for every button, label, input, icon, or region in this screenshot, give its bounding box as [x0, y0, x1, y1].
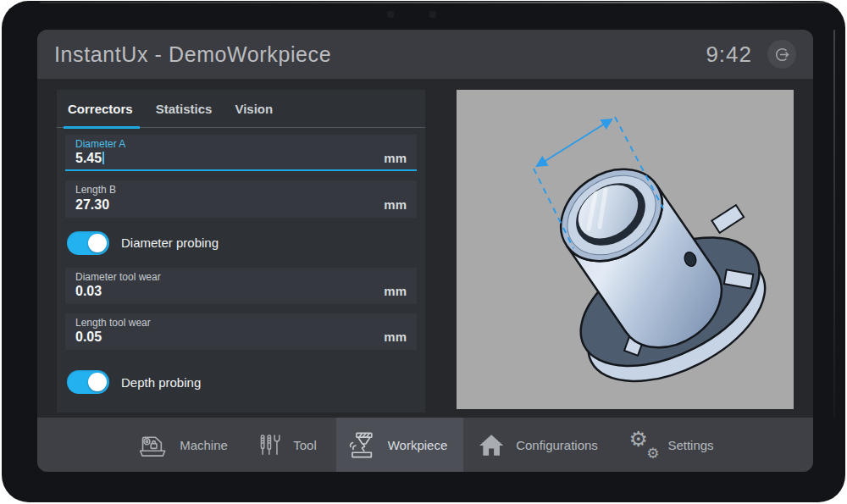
tool-icon	[257, 433, 282, 457]
nav-item-settings[interactable]: ⚙ ⚙ Settings	[629, 418, 713, 472]
depth-probing-label: Depth probing	[121, 375, 201, 390]
gears-icon: ⚙ ⚙	[629, 431, 656, 458]
length-b-field[interactable]: Length B 27.30 mm	[65, 180, 417, 217]
machine-icon	[136, 432, 169, 458]
nav-item-machine[interactable]: Machine	[136, 418, 228, 472]
tab-correctors[interactable]: Correctors	[68, 90, 133, 128]
length-b-label: Length B	[75, 184, 407, 196]
nav-item-workpiece[interactable]: Workpiece	[346, 418, 448, 472]
diameter-probing-toggle[interactable]	[67, 231, 109, 255]
camera-dot	[429, 11, 436, 18]
depth-probing-toggle[interactable]	[67, 370, 109, 394]
toggle-knob	[88, 373, 107, 391]
toggle-knob	[88, 234, 107, 252]
workpiece-icon	[346, 431, 377, 459]
diameter-probing-label: Diameter probing	[121, 235, 219, 250]
correctors-panel: Correctors Statistics Vision Diameter A …	[57, 90, 425, 413]
header-bar: InstantUx - DemoWorkpiece 9:42	[37, 30, 813, 79]
tablet-device: InstantUx - DemoWorkpiece 9:42	[2, 1, 845, 502]
depth-probing-row: Depth probing	[67, 370, 415, 394]
nav-item-tool[interactable]: Tool	[257, 418, 317, 472]
length-tool-wear-value: 0.05	[75, 329, 102, 345]
camera-dot	[387, 11, 394, 18]
length-tool-wear-unit: mm	[384, 330, 407, 344]
logout-button[interactable]	[767, 40, 796, 69]
nav-label-machine: Machine	[180, 438, 228, 452]
workpiece-3d-render	[457, 90, 794, 409]
diameter-tool-wear-unit: mm	[384, 284, 407, 298]
diameter-tool-wear-field[interactable]: Diameter tool wear 0.03 mm	[65, 268, 417, 304]
workpiece-3d-viewer[interactable]	[457, 90, 794, 409]
diameter-tool-wear-label: Diameter tool wear	[75, 271, 407, 283]
length-tool-wear-label: Length tool wear	[75, 317, 407, 329]
diameter-probing-row: Diameter probing	[67, 231, 415, 255]
nav-label-settings: Settings	[667, 438, 713, 452]
home-icon	[478, 433, 505, 457]
app-screen: InstantUx - DemoWorkpiece 9:42	[37, 30, 813, 472]
text-cursor	[102, 152, 104, 164]
length-b-value: 27.30	[75, 197, 109, 213]
length-tool-wear-field[interactable]: Length tool wear 0.05 mm	[65, 313, 417, 350]
diameter-tool-wear-value: 0.03	[75, 283, 102, 299]
tab-bar: Correctors Statistics Vision	[57, 90, 425, 128]
flange-notch	[711, 205, 744, 233]
cylinder	[544, 151, 722, 348]
nav-label-configurations: Configurations	[516, 438, 598, 452]
bottom-nav: Machine Tool	[37, 418, 813, 472]
logout-icon	[774, 47, 790, 63]
clock: 9:42	[706, 42, 752, 68]
nav-label-workpiece: Workpiece	[388, 438, 448, 452]
diameter-a-label: Diameter A	[75, 138, 407, 150]
tab-statistics[interactable]: Statistics	[156, 90, 213, 128]
tab-vision[interactable]: Vision	[235, 90, 273, 128]
header-right-group: 9:42	[706, 40, 796, 69]
diameter-a-unit: mm	[384, 151, 407, 165]
diameter-a-value: 5.45	[75, 151, 102, 165]
diameter-a-field[interactable]: Diameter A 5.45 mm	[65, 135, 417, 171]
page-title: InstantUx - DemoWorkpiece	[54, 42, 331, 67]
nav-item-configurations[interactable]: Configurations	[478, 418, 598, 472]
nav-label-tool: Tool	[293, 438, 317, 452]
length-b-unit: mm	[384, 197, 407, 212]
